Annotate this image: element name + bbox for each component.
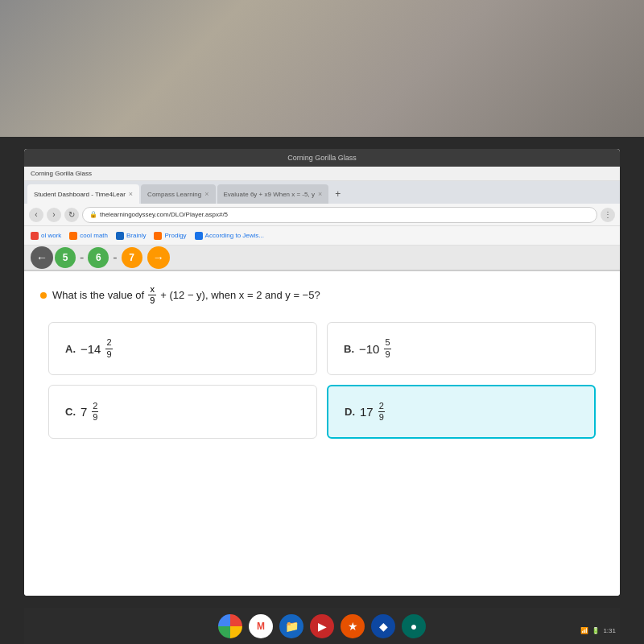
tab-close-active[interactable]: × — [129, 190, 133, 198]
option-a-label: A. — [65, 343, 76, 355]
taskbar-files[interactable]: 📁 — [279, 614, 303, 638]
bookmark-work-label: ol work — [41, 232, 61, 239]
taskbar-darkblue[interactable]: ◆ — [371, 614, 395, 638]
step-arrow-1: - — [80, 250, 84, 265]
option-b-fraction: 5 9 — [384, 337, 390, 359]
question-area: What is the value of x 9 + (12 − y), whe… — [24, 271, 620, 596]
taskbar-youtube[interactable]: ▶ — [310, 614, 334, 638]
step-forward-button[interactable]: → — [147, 246, 170, 269]
option-b-den: 9 — [384, 349, 390, 360]
option-a-num: 2 — [105, 337, 112, 349]
taskbar-teal[interactable]: ● — [402, 614, 426, 638]
option-a-den: 9 — [105, 349, 112, 360]
option-c-den: 9 — [92, 412, 98, 423]
browser-frame: Corning Gorilla Glass Corning Gorilla Gl… — [24, 149, 620, 596]
option-b-whole: −10 — [359, 342, 379, 356]
question-fraction: x 9 — [148, 284, 156, 306]
option-c-num: 2 — [92, 401, 98, 412]
bookmark-coolmath[interactable]: cool math — [69, 232, 108, 240]
option-d-num: 2 — [378, 401, 385, 412]
taskbar-chrome[interactable] — [218, 614, 242, 638]
step-bar: ← 5 - 6 - 7 → — [24, 246, 620, 271]
option-b[interactable]: B. −10 5 9 — [327, 322, 596, 374]
bookmark-coolmath-label: cool math — [80, 232, 108, 239]
question-indicator — [40, 292, 47, 299]
step-back-button[interactable]: ← — [31, 246, 53, 269]
bookmark-prodigy[interactable]: Prodigy — [154, 232, 186, 240]
refresh-button[interactable]: ↻ — [64, 208, 79, 222]
back-button[interactable]: ‹ — [29, 208, 43, 222]
gorilla-glass-label: Corning Gorilla Glass — [31, 170, 92, 177]
tab-compass[interactable]: Compass Learning × — [141, 184, 215, 204]
laptop-screen: Corning Gorilla Glass Corning Gorilla Gl… — [24, 149, 620, 596]
bookmark-prodigy-icon — [154, 232, 162, 240]
lock-icon: 🔒 — [89, 211, 97, 218]
taskbar: M 📁 ▶ ★ ◆ ● — [24, 608, 620, 644]
option-d-den: 9 — [378, 412, 385, 423]
address-bar[interactable]: 🔒 thelearningodyssey.com/DLO/Player.aspx… — [82, 207, 597, 223]
title-bar: Corning Gorilla Glass — [24, 149, 620, 167]
tab-active-label: Student Dashboard - Time4Lear — [34, 191, 126, 198]
step-6[interactable]: 6 — [88, 247, 109, 268]
bookmark-according-icon — [195, 232, 203, 240]
tab-evaluate[interactable]: Evaluate 6y + x9 When x = -5, y × — [217, 184, 329, 204]
option-a[interactable]: A. −14 2 9 — [48, 322, 317, 374]
system-tray: 📶 🔋 1:31 — [580, 627, 616, 634]
option-b-label: B. — [344, 343, 354, 355]
bookmark-brainly-label: Brainly — [126, 232, 146, 239]
fraction-denominator: 9 — [148, 295, 156, 306]
step-arrow-2: - — [113, 250, 117, 265]
taskbar-orange1[interactable]: ★ — [341, 614, 365, 638]
tab-active[interactable]: Student Dashboard - Time4Lear × — [27, 184, 139, 204]
tab-new[interactable]: + — [330, 184, 345, 204]
gorilla-bar: Corning Gorilla Glass — [24, 167, 620, 181]
step-5[interactable]: 5 — [55, 247, 76, 268]
question-text-before: What is the value of — [52, 289, 144, 301]
tabs-bar: Student Dashboard - Time4Lear × Compass … — [24, 181, 620, 204]
option-c-fraction: 2 9 — [92, 401, 98, 423]
option-c-whole: 7 — [80, 405, 87, 419]
tab-close-compass[interactable]: × — [204, 190, 208, 198]
option-c-label: C. — [65, 406, 76, 418]
wifi-icon: 📶 — [580, 627, 588, 634]
option-d-fraction: 2 9 — [378, 401, 385, 423]
bookmark-prodigy-label: Prodigy — [164, 232, 186, 239]
option-b-num: 5 — [384, 337, 390, 349]
url-text: thelearningodyssey.com/DLO/Player.aspx#/… — [100, 211, 228, 218]
option-d-label: D. — [345, 406, 355, 418]
option-a-whole: −14 — [80, 342, 101, 356]
bookmark-brainly-icon — [116, 232, 124, 240]
option-c[interactable]: C. 7 2 9 — [48, 385, 317, 439]
tab-compass-label: Compass Learning — [147, 191, 201, 198]
step-7[interactable]: 7 — [122, 247, 142, 268]
time-display: 1:31 — [603, 627, 616, 634]
bookmark-coolmath-icon — [69, 232, 77, 240]
bookmark-work[interactable]: ol work — [31, 232, 61, 240]
battery-icon: 🔋 — [592, 627, 600, 634]
bookmarks-bar: ol work cool math Brainly Prodigy Accord… — [24, 226, 620, 246]
option-d-whole: 17 — [360, 405, 374, 419]
answer-grid: A. −14 2 9 B. −10 5 9 — [40, 322, 604, 439]
bookmark-according-label: According to Jewis... — [205, 232, 264, 239]
question-text-after: + (12 − y), when x = 2 and y = −5? — [160, 289, 320, 301]
omnibox-bar: ‹ › ↻ 🔒 thelearningodyssey.com/DLO/Playe… — [24, 204, 620, 226]
option-d[interactable]: D. 17 2 9 — [327, 385, 596, 439]
fraction-numerator: x — [148, 284, 156, 295]
menu-button[interactable]: ⋮ — [601, 208, 615, 222]
bookmark-brainly[interactable]: Brainly — [116, 232, 146, 240]
title-bar-text: Corning Gorilla Glass — [31, 154, 613, 162]
option-a-fraction: 2 9 — [105, 337, 112, 359]
tab-evaluate-label: Evaluate 6y + x9 When x = -5, y — [224, 191, 315, 198]
tab-close-evaluate[interactable]: × — [318, 190, 322, 198]
bookmark-according[interactable]: According to Jewis... — [195, 232, 264, 240]
forward-button[interactable]: › — [47, 208, 61, 222]
content-area: ← 5 - 6 - 7 → — [24, 246, 620, 596]
taskbar-gmail[interactable]: M — [249, 614, 273, 638]
bookmark-work-icon — [31, 232, 39, 240]
